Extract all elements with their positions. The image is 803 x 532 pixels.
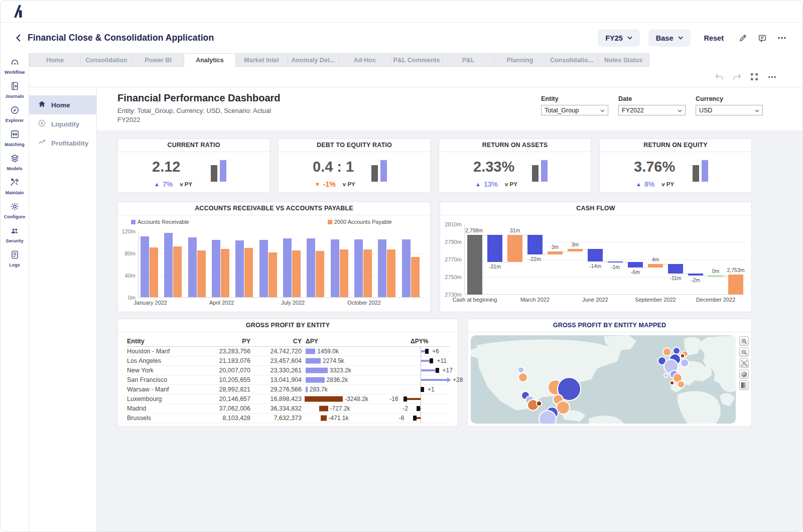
tab-home[interactable]: Home [29, 53, 81, 67]
kpi-value: 2.33% [473, 159, 514, 175]
tab-consolidatio-[interactable]: Consolidatio... [546, 53, 598, 67]
kpi-delta: ▲8%v PY [636, 180, 674, 188]
table-row[interactable]: Luxembourg20,146,65716,898,423-3248.2k-1… [126, 394, 450, 404]
table-row[interactable]: Warsaw - Manf28,992,82129,276,566283.7k+… [126, 385, 450, 394]
tab-notes-status[interactable]: Notes Status [598, 53, 649, 67]
table-row[interactable]: Brussels8,103,4287,632,373-471.1k-6 [126, 414, 450, 423]
cell-dpy-pct: -16 [389, 394, 450, 404]
more-options-icon[interactable] [766, 71, 777, 82]
table-row[interactable]: Los Angeles21,183,07623,457,6042274.5k+1… [126, 356, 450, 366]
tab-p-l[interactable]: P&L [443, 53, 494, 67]
ap-bar [340, 249, 348, 297]
page-title: Financial Close & Consolidation Applicat… [28, 33, 214, 43]
tab-market-intel[interactable]: Market Intel [236, 53, 288, 67]
filter-select-date[interactable]: FY2022 [618, 105, 686, 115]
rail-item-configure[interactable]: Configure [1, 202, 29, 219]
filter-select-currency[interactable]: USD [696, 105, 763, 115]
edit-pencil-icon[interactable] [737, 33, 748, 44]
subnav-item-label: Home [51, 101, 70, 109]
rail-item-maintain[interactable]: Maintain [1, 178, 29, 195]
map-bubble[interactable] [518, 372, 528, 382]
map-control-globe[interactable] [739, 369, 749, 379]
bar-group-1 [141, 236, 158, 297]
tab-p-l-comments[interactable]: P&L Comments [391, 53, 443, 67]
map-control-box-zoom[interactable] [739, 358, 749, 368]
subnav-item-liquidity[interactable]: $Liquidity [29, 114, 96, 134]
column-header-entity: Entity [126, 338, 196, 345]
waterfall-bar-label: -22m [529, 256, 541, 262]
map-bubble[interactable] [680, 358, 689, 367]
rail-item-logs[interactable]: Logs [1, 250, 29, 268]
tab-consolidation[interactable]: Consolidation [81, 53, 132, 67]
waterfall-bar-label: -2m [691, 277, 700, 283]
tab-power-bi[interactable]: Power BI [132, 53, 184, 67]
table-row[interactable]: Madrid37,062,00636,334,832-727.2k-2 [126, 404, 450, 414]
waterfall-bar-label: 3m [552, 244, 559, 250]
rail-item-journals[interactable]: Journals [1, 81, 29, 99]
tab-ad-hoc[interactable]: Ad-Hoc [339, 53, 391, 67]
redo-icon[interactable] [731, 71, 742, 82]
tab-analytics[interactable]: Analytics [184, 53, 236, 67]
table-row[interactable]: Houston - Manf23,283,75624,742,7201459.0… [126, 347, 450, 356]
gridline [465, 259, 745, 260]
map-bubble[interactable] [677, 380, 685, 388]
period-dropdown[interactable]: FY25 [598, 29, 640, 47]
map-bubble[interactable] [536, 401, 542, 407]
map-bubble[interactable] [663, 373, 668, 378]
ar-vs-ap-plot: 120m80m40m0mJanuary 2022April 2022July 2… [138, 231, 423, 298]
map-bubble[interactable] [670, 380, 675, 385]
waterfall-connector [723, 276, 728, 276]
cell-entity: Los Angeles [126, 357, 196, 364]
bar-group-11 [378, 239, 395, 298]
rail-item-workflow[interactable]: Workflow [1, 57, 29, 75]
bar-group-5 [235, 240, 253, 297]
tab-anomaly-det-[interactable]: Anomaly Det... [288, 53, 339, 67]
rail-item-security[interactable]: Security [1, 226, 29, 243]
dpy-label: 2836.2k [327, 376, 348, 383]
zoom-in-icon [741, 338, 747, 344]
waterfall-bar-label: 2,753m [727, 267, 744, 273]
cell-entity: New York [126, 367, 196, 374]
y-axis-tick: 40m [125, 273, 136, 279]
rail-item-matching[interactable]: Matching [1, 129, 29, 147]
dpy-bar [306, 368, 328, 373]
table-row[interactable]: New York20,007,07023,330,2613323.2k+17 [126, 366, 450, 375]
map-control-zoom-out[interactable] [739, 347, 749, 357]
dpct-axis-line [421, 404, 421, 414]
chevron-down-icon [755, 107, 759, 114]
subnav-item-home[interactable]: Home [29, 95, 96, 114]
waterfall-bar [628, 262, 643, 268]
fullscreen-expand-icon[interactable] [749, 71, 760, 82]
legend-swatch [328, 220, 332, 224]
cell-cy: 23,330,261 [250, 367, 302, 374]
profitability-icon [38, 138, 46, 148]
chevron-down-icon [627, 36, 632, 40]
map-bubble[interactable] [680, 353, 685, 358]
undo-icon[interactable] [714, 71, 725, 82]
map-control-zoom-in[interactable] [739, 336, 749, 346]
security-icon [10, 226, 20, 237]
subnav-item-label: Profitability [51, 140, 88, 147]
dpy-label: 1459.0k [317, 348, 339, 355]
subnav-item-profitability[interactable]: Profitability [29, 134, 96, 153]
app-logo-icon[interactable] [14, 5, 25, 18]
filter-value: FY2022 [622, 107, 644, 114]
waterfall-bar-label: 3m [572, 241, 579, 247]
dpct-bar [421, 379, 447, 381]
ap-bar [316, 251, 324, 297]
matching-icon [10, 129, 20, 141]
more-options-icon[interactable] [776, 33, 787, 44]
title-bar: Financial Close & Consolidation Applicat… [1, 23, 802, 53]
reset-button[interactable]: Reset [704, 34, 724, 42]
tab-planning[interactable]: Planning [494, 53, 546, 67]
filter-value: Total_Group [545, 107, 579, 114]
back-chevron-icon[interactable] [13, 33, 24, 44]
comment-icon[interactable] [757, 33, 768, 44]
rail-item-models[interactable]: Models [1, 154, 29, 171]
home-icon [38, 100, 46, 110]
table-row[interactable]: San Francisco10,205,65513,041,9042836.2k… [126, 375, 450, 385]
rail-item-explorer[interactable]: Explorer [1, 105, 29, 123]
scenario-dropdown[interactable]: Base [648, 29, 691, 47]
filter-select-entity[interactable]: Total_Group [541, 105, 608, 115]
map-control-layers[interactable] [739, 380, 749, 390]
